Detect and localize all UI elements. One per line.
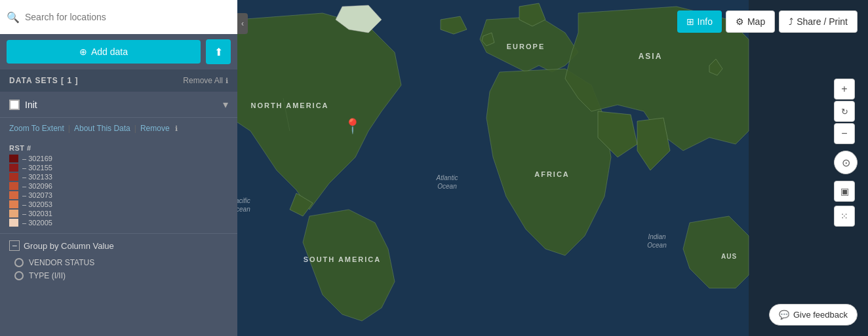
- legend-label: – 302005: [22, 219, 52, 227]
- add-data-row: ⊕ Add data ⬆: [0, 34, 237, 69]
- datasets-title: DATA SETS [ 1 ]: [9, 76, 78, 85]
- svg-text:AFRICA: AFRICA: [534, 170, 570, 178]
- legend-item: – 302133: [9, 173, 228, 181]
- upload-button[interactable]: ⬆: [206, 39, 231, 64]
- zoom-out-icon: −: [841, 128, 847, 140]
- legend-swatch: [9, 191, 18, 199]
- legend-label: – 302053: [22, 200, 52, 208]
- info-button[interactable]: ⊞ Info: [677, 10, 722, 33]
- legend-label: – 302096: [22, 182, 52, 190]
- my-location-button[interactable]: ⊙: [834, 151, 858, 174]
- map-controls: + ↻ − ⊙ ▣ ⁙: [834, 79, 858, 227]
- info-circle-icon: ℹ: [226, 77, 228, 85]
- datasets-header: DATA SETS [ 1 ] Remove All ℹ: [0, 69, 237, 92]
- add-data-button[interactable]: ⊕ Add data: [7, 40, 201, 64]
- zoom-out-button[interactable]: −: [834, 123, 855, 144]
- give-feedback-button[interactable]: 💬 Give feedback: [769, 304, 858, 326]
- legend-item: – 302031: [9, 210, 228, 217]
- search-icon: 🔍: [7, 11, 20, 24]
- legend-item: – 302155: [9, 164, 228, 172]
- remove-dataset-button[interactable]: Remove: [136, 122, 174, 135]
- map-button[interactable]: ⚙ Map: [726, 10, 775, 33]
- zoom-in-icon: +: [841, 83, 847, 95]
- map-label: Map: [747, 16, 765, 27]
- legend-swatch: [9, 164, 18, 172]
- layers-icon: ▣: [840, 186, 849, 196]
- legend-item: – 302169: [9, 155, 228, 162]
- chat-bubble-icon: 💬: [779, 310, 789, 320]
- legend-swatch: [9, 219, 18, 227]
- search-bar: 🔍: [0, 0, 237, 34]
- layers-button[interactable]: ▣: [834, 181, 855, 202]
- group-by-option[interactable]: VENDOR STATUS: [9, 256, 228, 269]
- svg-text:EUROPE: EUROPE: [507, 43, 545, 50]
- legend-item: – 302005: [9, 219, 228, 227]
- dataset-name: Init: [25, 100, 223, 110]
- add-data-label: Add data: [91, 47, 128, 57]
- settings-dots-icon: ⁙: [840, 211, 848, 221]
- legend-label: – 302073: [22, 191, 52, 199]
- svg-text:ASIA: ASIA: [639, 52, 663, 61]
- group-by-header[interactable]: − Group by Column Value: [9, 240, 228, 251]
- group-option-label: VENDOR STATUS: [29, 258, 94, 267]
- legend-swatch: [9, 155, 18, 162]
- about-this-data-button[interactable]: About This Data: [70, 122, 134, 135]
- legend-swatch: [9, 173, 18, 181]
- svg-text:Ocean: Ocean: [437, 183, 457, 190]
- plus-circle-icon: ⊕: [79, 47, 87, 57]
- legend-container: RST # – 302169 – 302155 – 302133 – 30209…: [0, 139, 237, 233]
- dataset-checkbox[interactable]: [9, 100, 20, 110]
- svg-text:Ocean: Ocean: [647, 242, 667, 249]
- legend-item: – 302053: [9, 200, 228, 208]
- remove-all-button[interactable]: Remove All ℹ: [183, 76, 228, 85]
- legend-header: RST #: [9, 144, 228, 152]
- legend-label: – 302155: [22, 164, 52, 172]
- radio-button[interactable]: [14, 271, 24, 280]
- svg-text:SOUTH AMERICA: SOUTH AMERICA: [304, 255, 381, 263]
- group-by-section: − Group by Column Value VENDOR STATUS TY…: [0, 233, 237, 289]
- group-by-label: Group by Column Value: [24, 241, 114, 251]
- share-print-button[interactable]: ⤴ Share / Print: [779, 10, 858, 33]
- group-options: VENDOR STATUS TYPE (I/II): [9, 256, 228, 282]
- give-feedback-label: Give feedback: [793, 310, 848, 320]
- refresh-icon: ↻: [841, 107, 848, 117]
- zoom-reset-button[interactable]: ↻: [834, 101, 855, 122]
- radio-button[interactable]: [14, 258, 24, 267]
- group-by-option[interactable]: TYPE (I/II): [9, 269, 228, 282]
- sidebar-collapse-button[interactable]: ‹: [237, 13, 248, 34]
- svg-text:Indian: Indian: [648, 233, 666, 240]
- svg-text:Atlantic: Atlantic: [436, 174, 458, 181]
- legend-label: – 302133: [22, 173, 52, 181]
- share-icon: ⤴: [789, 16, 793, 27]
- zoom-to-extent-button[interactable]: Zoom To Extent: [9, 122, 68, 135]
- settings-button[interactable]: ⁙: [834, 206, 855, 227]
- top-right-buttons: ⊞ Info ⚙ Map ⤴ Share / Print: [677, 10, 858, 33]
- remove-info-icon: ℹ: [175, 122, 178, 135]
- legend-swatch: [9, 182, 18, 190]
- svg-text:AUS: AUS: [721, 253, 737, 260]
- search-input[interactable]: [25, 12, 231, 22]
- dataset-expand-icon[interactable]: ▾: [223, 98, 228, 111]
- zoom-in-button[interactable]: +: [834, 79, 855, 100]
- legend-swatch: [9, 200, 18, 208]
- legend-items: – 302169 – 302155 – 302133 – 302096 – 30…: [9, 155, 228, 227]
- info-grid-icon: ⊞: [686, 16, 694, 27]
- svg-text:NORTH AMERICA: NORTH AMERICA: [250, 102, 328, 109]
- info-label: Info: [698, 16, 713, 27]
- upload-icon: ⬆: [214, 46, 223, 58]
- share-label: Share / Print: [797, 16, 848, 27]
- group-option-label: TYPE (I/II): [29, 271, 66, 280]
- svg-text:📍: 📍: [344, 117, 362, 135]
- group-by-expand-icon: −: [9, 240, 20, 251]
- sidebar-scrollable[interactable]: Init ▾ Zoom To Extent | About This Data …: [0, 92, 237, 336]
- map-sliders-icon: ⚙: [736, 16, 744, 27]
- legend-swatch: [9, 210, 18, 217]
- legend-item: – 302096: [9, 182, 228, 190]
- legend-label: – 302169: [22, 155, 52, 162]
- sidebar: 🔍 ‹ ⊕ Add data ⬆ DATA SETS [ 1 ] Remove …: [0, 0, 237, 336]
- legend-item: – 302073: [9, 191, 228, 199]
- crosshair-icon: ⊙: [842, 157, 850, 169]
- dataset-actions: Zoom To Extent | About This Data | Remov…: [0, 117, 237, 139]
- dataset-item: Init ▾: [0, 92, 237, 117]
- legend-label: – 302031: [22, 210, 52, 217]
